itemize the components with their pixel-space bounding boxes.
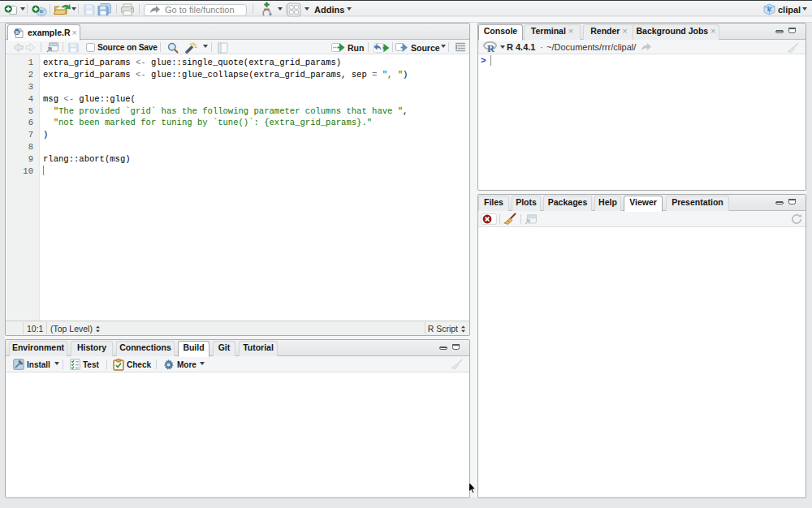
svg-text:R: R: [15, 29, 19, 35]
svg-text:R: R: [487, 43, 495, 53]
svg-text:R: R: [767, 6, 772, 13]
